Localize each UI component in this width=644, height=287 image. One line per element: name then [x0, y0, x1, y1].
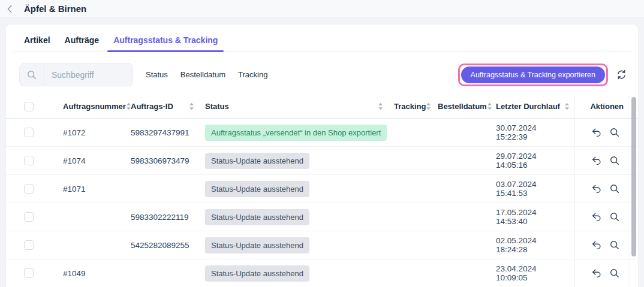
- sort-icon[interactable]: [378, 102, 388, 110]
- column-status[interactable]: Status: [199, 95, 388, 118]
- undo-icon[interactable]: [591, 127, 602, 138]
- cell-tracking: [388, 231, 432, 259]
- row-checkbox[interactable]: [24, 268, 34, 278]
- column-auftrags-id[interactable]: Auftrags-ID: [125, 95, 199, 118]
- cell-actions: [574, 259, 628, 287]
- row-checkbox[interactable]: [24, 212, 34, 222]
- filter-group: Status Bestelldatum Tracking: [133, 70, 267, 79]
- filter-bestelldatum[interactable]: Bestelldatum: [180, 70, 225, 79]
- refresh-icon[interactable]: [616, 69, 627, 80]
- cell-letzter-durchlauf: 02.05.2024 18:24:28: [490, 231, 574, 259]
- status-badge: Auftragsstatus „versendet“ in den Shop e…: [205, 125, 387, 141]
- cell-status: Status-Update ausstehend: [199, 175, 388, 203]
- cell-auftrags-id: [125, 175, 199, 203]
- cell-tracking: [388, 203, 432, 231]
- table-row: #1072 5983297437991 Auftragsstatus „vers…: [6, 119, 638, 147]
- filter-tracking[interactable]: Tracking: [238, 70, 267, 79]
- cell-bestelldatum: [432, 259, 490, 287]
- top-bar: Äpfel & Birnen: [0, 0, 644, 18]
- row-checkbox[interactable]: [24, 156, 34, 165]
- cell-checkbox: [6, 203, 57, 231]
- magnifier-icon[interactable]: [609, 268, 620, 279]
- status-badge: Status-Update ausstehend: [205, 181, 309, 197]
- undo-icon[interactable]: [591, 155, 602, 166]
- cell-actions: [574, 147, 628, 174]
- column-letzter-durchlauf[interactable]: Letzter Durchlauf: [490, 95, 574, 118]
- magnifier-icon[interactable]: [609, 127, 620, 138]
- row-checkbox[interactable]: [24, 184, 34, 194]
- export-button[interactable]: Auftragsstatus & Tracking exportieren: [461, 67, 605, 83]
- table-body: #1072 5983297437991 Auftragsstatus „vers…: [6, 119, 638, 287]
- cell-tracking: [388, 119, 432, 146]
- cell-letzter-durchlauf: 23.04.2024 10:09:05: [490, 259, 574, 287]
- cell-checkbox: [6, 119, 57, 146]
- cell-checkbox: [6, 231, 57, 259]
- cell-actions: [574, 175, 628, 203]
- status-badge: Status-Update ausstehend: [205, 153, 309, 169]
- row-checkbox[interactable]: [24, 128, 34, 137]
- search-icon: [20, 64, 44, 86]
- undo-icon[interactable]: [591, 212, 602, 222]
- cell-actions: [574, 119, 628, 146]
- undo-icon[interactable]: [591, 183, 602, 194]
- cell-auftragsnummer: [57, 203, 125, 231]
- cell-letzter-durchlauf: 30.07.2024 15:22:39: [490, 119, 574, 146]
- orders-table: Auftragsnummer Auftrags-ID Status Tracki…: [6, 95, 638, 287]
- scrollbar-thumb[interactable]: [631, 97, 636, 256]
- table-row: 5983302222119 Status-Update ausstehend 1…: [6, 203, 638, 231]
- column-auftragsnummer[interactable]: Auftragsnummer: [57, 95, 125, 118]
- cell-status: Status-Update ausstehend: [199, 231, 388, 259]
- cell-letzter-durchlauf: 17.05.2024 14:53:40: [490, 203, 574, 231]
- cell-auftrags-id: 5983297437991: [125, 119, 199, 146]
- cell-status: Status-Update ausstehend: [199, 259, 388, 287]
- cell-bestelldatum: [432, 231, 490, 259]
- magnifier-icon[interactable]: [609, 212, 620, 222]
- column-tracking[interactable]: Tracking: [388, 95, 432, 118]
- column-bestelldatum[interactable]: Bestelldatum: [432, 95, 490, 118]
- cell-actions: [574, 231, 628, 259]
- tab-auftraege[interactable]: Aufträge: [59, 35, 106, 52]
- column-aktionen: Aktionen: [574, 95, 628, 118]
- cell-tracking: [388, 259, 432, 287]
- status-badge: Status-Update ausstehend: [205, 237, 309, 253]
- magnifier-icon[interactable]: [609, 183, 620, 194]
- select-all-checkbox[interactable]: [24, 102, 34, 111]
- cell-bestelldatum: [432, 119, 490, 146]
- undo-icon[interactable]: [591, 240, 602, 250]
- cell-status: Status-Update ausstehend: [199, 203, 388, 231]
- sort-icon[interactable]: [564, 102, 574, 110]
- toolbar-right: Auftragsstatus & Tracking exportieren: [458, 64, 627, 86]
- magnifier-icon[interactable]: [609, 240, 620, 250]
- tab-bar: Artikel Aufträge Auftragsstatus & Tracki…: [6, 25, 638, 52]
- cell-bestelldatum: [432, 203, 490, 231]
- filter-status[interactable]: Status: [146, 70, 168, 79]
- toolbar: Status Bestelldatum Tracking Auftragssta…: [6, 52, 638, 95]
- cell-letzter-durchlauf: 03.07.2024 15:41:53: [490, 175, 574, 203]
- page-title: Äpfel & Birnen: [24, 4, 86, 14]
- cell-tracking: [388, 175, 432, 203]
- tab-auftragsstatus-tracking[interactable]: Auftragsstatus & Tracking: [107, 35, 224, 52]
- cell-status: Status-Update ausstehend: [199, 147, 388, 174]
- cell-checkbox: [6, 259, 57, 287]
- cell-checkbox: [6, 147, 57, 174]
- back-button[interactable]: [5, 4, 16, 14]
- cell-auftragsnummer: #1074: [57, 147, 125, 174]
- sort-icon[interactable]: [189, 102, 199, 110]
- scrollbar-track: [628, 96, 628, 287]
- tab-artikel[interactable]: Artikel: [18, 35, 56, 52]
- status-badge: Status-Update ausstehend: [205, 209, 309, 225]
- row-checkbox[interactable]: [24, 240, 34, 250]
- search-input[interactable]: [44, 70, 133, 80]
- table-row: #1074 5983306973479 Status-Update ausste…: [6, 147, 638, 175]
- export-button-highlight: Auftragsstatus & Tracking exportieren: [458, 64, 608, 86]
- cell-actions: [574, 203, 628, 231]
- cell-tracking: [388, 147, 432, 174]
- magnifier-icon[interactable]: [609, 155, 620, 166]
- cell-auftragsnummer: #1049: [57, 259, 125, 287]
- table-row: 5425282089255 Status-Update ausstehend 0…: [6, 231, 638, 259]
- cell-status: Auftragsstatus „versendet“ in den Shop e…: [199, 119, 388, 146]
- cell-bestelldatum: [432, 175, 490, 203]
- table-row: #1049 Status-Update ausstehend 23.04.202…: [6, 259, 638, 287]
- undo-icon[interactable]: [591, 268, 602, 279]
- cell-auftrags-id: 5983306973479: [125, 147, 199, 174]
